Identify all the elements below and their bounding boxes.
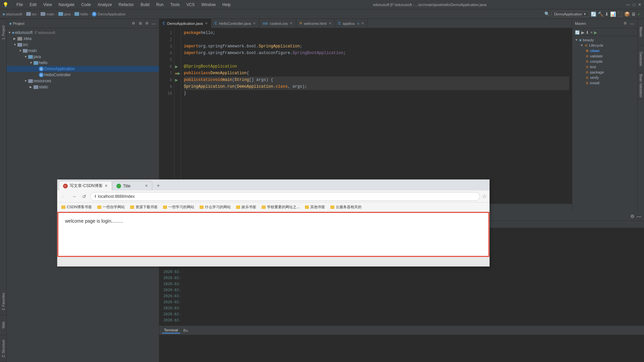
sidebar-tab-favorites[interactable]: 2: Favorites [0,288,7,315]
run-gutter-icon[interactable]: ▶ [175,64,178,69]
tab-close-icon[interactable]: ✕ [205,21,208,25]
bookmark-entertainment[interactable]: 娱乐书签 [235,204,258,210]
stop-icon[interactable]: ⬛ [617,11,623,17]
layout-icon[interactable]: ⊞ [138,21,143,26]
maven-item-clean[interactable]: ⚙ clean [572,48,637,53]
menu-navigate[interactable]: Navigate [56,2,77,8]
sidebar-tab-bean-validation[interactable]: Bean Validation [638,73,644,99]
menu-code[interactable]: Code [78,2,94,8]
url-bar[interactable]: ℹ localhost:8888/index [90,192,480,201]
run-gutter-icon[interactable]: ▶ [177,71,180,76]
breadcrumb-edunusoft[interactable]: ■ edunusoft [3,12,22,16]
sidebar-tab-web[interactable]: Web [0,315,7,335]
terminal-tab[interactable]: Terminal [162,327,180,333]
bookmark-csdn[interactable]: CSDN博客书签 [60,204,93,210]
menu-file[interactable]: File [14,2,25,8]
build-icon[interactable]: 📦 [624,11,630,17]
gear-icon[interactable]: ⚙ [630,214,635,219]
tree-item-src[interactable]: ▼ src [7,42,159,48]
breadcrumb-main[interactable]: main [41,12,54,16]
gear-icon[interactable]: ⚙ [623,21,628,26]
breadcrumb-hello[interactable]: hello [74,12,88,16]
bookmark-what-learning[interactable]: 什么学习的网站 [198,204,232,210]
minimize-panel-icon[interactable]: — [637,214,641,219]
tab-close-icon[interactable]: ✕ [329,21,331,25]
bookmark-self-study[interactable]: 一些自学网站 [96,204,126,210]
menu-analyze[interactable]: Analyze [95,2,115,8]
sidebar-tab-structure[interactable]: Z: Structure [0,335,7,362]
minimize-button[interactable]: — [626,2,630,7]
code-editor[interactable]: 1 2 3 4 5 6 7 8 9 10 [159,28,572,203]
breadcrumb-demo[interactable]: C DemoApplication [92,12,125,16]
hammer-icon[interactable]: 🔨 [598,11,603,17]
menu-window[interactable]: Window [199,2,218,8]
tab-close-button[interactable]: ✕ [145,184,148,188]
tab-csstest[interactable]: css csstest.css ✕ [259,19,296,28]
search-icon[interactable]: 🔍 [544,11,550,16]
maven-item-test[interactable]: ⚙ test [572,64,637,70]
sidebar-tab-database[interactable]: Database [638,46,644,73]
menu-tools[interactable]: Tools [168,2,182,8]
code-content[interactable]: package hello; import org.springframewor… [181,28,572,203]
new-tab-button[interactable]: + [154,181,163,190]
menu-help[interactable]: Help [220,2,233,8]
sidebar-tab-project[interactable]: 1: Project [0,19,7,46]
tree-item-idea[interactable]: ▶ .idea [7,36,159,42]
breadcrumb-java[interactable]: java [58,12,71,16]
maximize-button[interactable]: □ [633,2,635,7]
forward-button[interactable]: → [70,192,78,200]
browser-tab-csdn[interactable]: C 写文章-CSDN博客 ✕ [59,181,112,190]
gear-icon[interactable]: ⚙ [131,21,136,26]
minimize-panel-icon[interactable]: — [151,21,156,26]
tree-item-demo-application[interactable]: C DemoApplication [7,66,159,72]
bookmark-cloud[interactable]: 云服务器相关的 [329,204,363,210]
tree-item-static[interactable]: ▶ static [7,84,159,90]
tree-item-hello-controller[interactable]: C HelloController [7,72,159,78]
tab-applica[interactable]: C applica ≡ ✕ [335,19,368,28]
menu-run[interactable]: Run [154,2,166,8]
menu-refactor[interactable]: Refactor [116,2,137,8]
tab-close-button[interactable]: ✕ [105,184,108,188]
browser-tab-title[interactable]: 🌿 Title ✕ [112,181,152,190]
breakpoint-icon[interactable]: ● [175,72,177,75]
maven-item-lifecycle[interactable]: ▼ ⚙ Lifecycle [572,43,637,48]
tab-demo-application[interactable]: C DemoApplication.java ✕ [159,19,211,28]
tree-item-resources[interactable]: ▼ resources [7,78,159,84]
tree-item-java[interactable]: ▼ java [7,54,159,60]
menu-edit[interactable]: Edit [27,2,39,8]
menu-build[interactable]: Build [138,2,152,8]
arrow-down-icon[interactable]: ⬇ [605,11,609,17]
maven-run-icon[interactable]: ▶ [581,30,584,35]
tab-hello-controller[interactable]: C HelloController.java ✕ [211,19,260,28]
maven-add-icon[interactable]: + [590,30,593,35]
settings-icon[interactable]: ⚙ [144,21,150,26]
sync-icon[interactable]: 🔄 [591,11,596,17]
maven-item-package[interactable]: ⚙ package [572,70,637,75]
bookmark-school[interactable]: 学校重要的网址之... [260,204,301,210]
tab-welcome[interactable]: H welcome.html ✕ [296,19,335,28]
close-button[interactable]: ✕ [638,2,641,7]
breadcrumb-src[interactable]: src [26,12,37,16]
menu-vcs[interactable]: VCS [184,2,198,8]
refresh-button[interactable]: ↺ [80,192,88,200]
minimize-icon[interactable]: — [629,21,635,26]
maven-download-icon[interactable]: ⬇ [586,30,589,35]
menu-view[interactable]: View [41,2,55,8]
maven-item-compile[interactable]: ⚙ compile [572,59,637,64]
maven-item-install[interactable]: ⚙ install [572,80,637,86]
bookmark-download[interactable]: 资源下载书签 [129,204,159,210]
maven-refresh-icon[interactable]: 🔄 [575,30,580,35]
tab-close-icon[interactable]: ✕ [253,21,256,25]
tree-item-hello[interactable]: ▼ hello [7,60,159,66]
run-config-button[interactable]: DemoApplication ▼ [551,11,589,17]
back-button[interactable]: ← [60,192,68,200]
tab-close-icon[interactable]: ✕ [290,21,292,25]
bookmark-learning[interactable]: 一些学习的网站 [162,204,196,210]
maven-item-beauty[interactable]: ▼ ■ beauty [572,37,637,43]
maven-item-validate[interactable]: ⚙ validate [572,53,637,59]
tree-item-root[interactable]: ▼ ■ edunusoft F:\edunusoft [7,30,159,36]
run-gutter-icon[interactable]: ▶ [175,78,178,82]
tree-item-main[interactable]: ▼ main [7,48,159,54]
maven-play-icon[interactable]: ▶ [594,30,597,35]
maven-item-verify[interactable]: ⚙ verify [572,75,637,80]
